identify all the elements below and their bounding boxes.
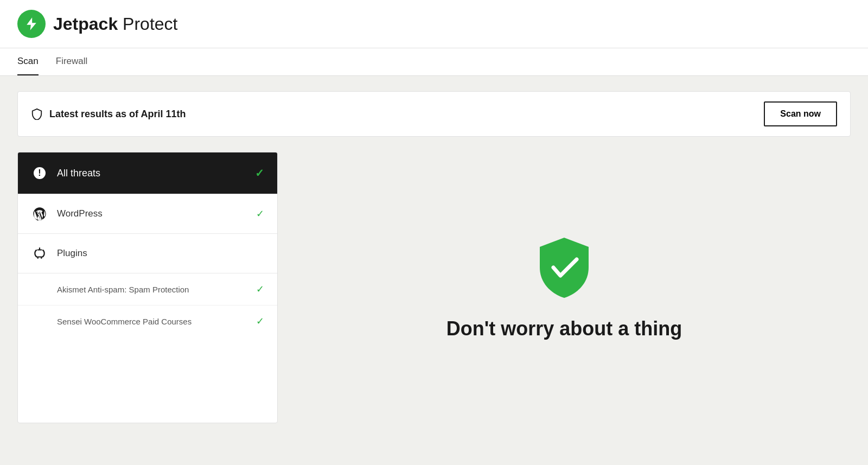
plugin-icon: [31, 245, 48, 262]
shield-container: [534, 235, 594, 302]
shield-icon: [31, 108, 43, 120]
all-threats-label: All threats: [57, 168, 255, 179]
bolt-icon: [24, 16, 39, 31]
sidebar-item-wordpress[interactable]: WordPress ✓: [18, 194, 277, 234]
sidebar-item-akismet[interactable]: Akismet Anti-spam: Spam Protection ✓: [18, 273, 277, 305]
jetpack-logo: [17, 10, 46, 38]
content-layout: ! All threats ✓ WordPress ✓: [17, 152, 851, 423]
threat-sidebar: ! All threats ✓ WordPress ✓: [17, 152, 278, 423]
akismet-label: Akismet Anti-spam: Spam Protection: [57, 284, 250, 295]
alert-circle-icon: !: [31, 164, 48, 182]
tab-scan[interactable]: Scan: [17, 48, 39, 75]
wordpress-label: WordPress: [57, 208, 256, 219]
shield-checkmark-icon: [534, 235, 594, 300]
results-bar-left: Latest results as of April 11th: [31, 108, 186, 120]
svg-text:!: !: [38, 168, 41, 177]
app-header: Jetpack Protect: [0, 0, 868, 48]
app-title: Jetpack Protect: [53, 14, 177, 34]
sidebar-item-all-threats[interactable]: ! All threats ✓: [18, 152, 277, 194]
scan-now-button[interactable]: Scan now: [764, 101, 837, 126]
results-bar: Latest results as of April 11th Scan now: [17, 91, 851, 137]
main-content: Latest results as of April 11th Scan now…: [0, 76, 868, 465]
plugins-label: Plugins: [57, 248, 264, 259]
tab-firewall[interactable]: Firewall: [56, 48, 88, 75]
main-nav: Scan Firewall: [0, 48, 868, 76]
main-panel: Don't worry about a thing: [278, 152, 851, 423]
results-text: Latest results as of April 11th: [49, 109, 186, 120]
wordpress-check: ✓: [256, 208, 264, 220]
sensei-check: ✓: [256, 315, 264, 327]
sidebar-item-plugins[interactable]: Plugins: [18, 234, 277, 273]
all-threats-check: ✓: [255, 167, 264, 180]
dont-worry-headline: Don't worry about a thing: [446, 317, 682, 340]
sidebar-item-sensei[interactable]: Sensei WooCommerce Paid Courses ✓: [18, 305, 277, 337]
sensei-label: Sensei WooCommerce Paid Courses: [57, 316, 250, 327]
wordpress-icon: [31, 205, 48, 222]
akismet-check: ✓: [256, 283, 264, 295]
